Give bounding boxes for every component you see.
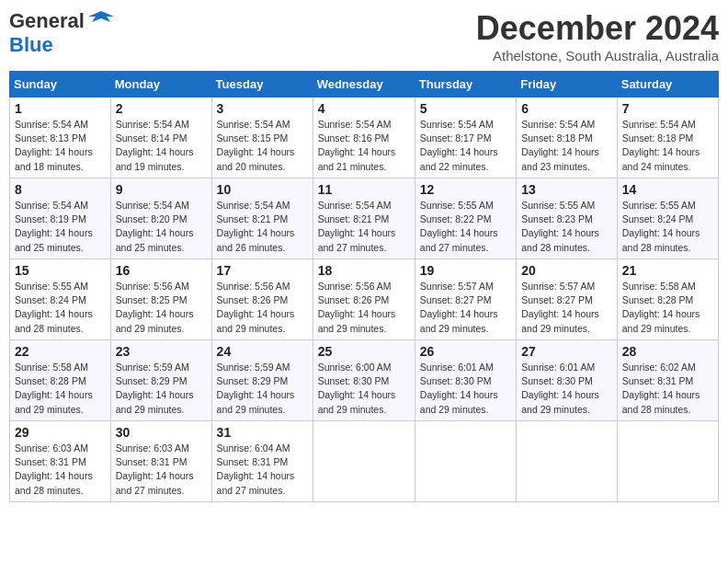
calendar-cell: 2Sunrise: 5:54 AM Sunset: 8:14 PM Daylig… bbox=[110, 98, 211, 178]
calendar-cell: 6Sunrise: 5:54 AM Sunset: 8:18 PM Daylig… bbox=[517, 98, 618, 178]
calendar-cell: 20Sunrise: 5:57 AM Sunset: 8:27 PM Dayli… bbox=[517, 259, 618, 340]
day-info: Sunrise: 5:55 AM Sunset: 8:23 PM Dayligh… bbox=[521, 199, 612, 255]
calendar-cell: 5Sunrise: 5:54 AM Sunset: 8:17 PM Daylig… bbox=[415, 98, 516, 178]
day-info: Sunrise: 5:58 AM Sunset: 8:28 PM Dayligh… bbox=[15, 361, 106, 417]
calendar-row: 22Sunrise: 5:58 AM Sunset: 8:28 PM Dayli… bbox=[10, 340, 719, 421]
calendar-row: 1Sunrise: 5:54 AM Sunset: 8:13 PM Daylig… bbox=[10, 98, 719, 178]
day-number: 6 bbox=[521, 101, 612, 116]
day-info: Sunrise: 5:56 AM Sunset: 8:26 PM Dayligh… bbox=[318, 280, 410, 336]
weekday-header-cell: Monday bbox=[110, 72, 211, 98]
day-info: Sunrise: 5:59 AM Sunset: 8:29 PM Dayligh… bbox=[217, 361, 308, 417]
day-number: 23 bbox=[116, 344, 207, 359]
calendar-cell: 28Sunrise: 6:02 AM Sunset: 8:31 PM Dayli… bbox=[617, 340, 718, 421]
calendar-cell: 7Sunrise: 5:54 AM Sunset: 8:18 PM Daylig… bbox=[617, 98, 718, 178]
weekday-header-cell: Sunday bbox=[10, 72, 111, 98]
calendar-body: 1Sunrise: 5:54 AM Sunset: 8:13 PM Daylig… bbox=[10, 98, 719, 502]
day-info: Sunrise: 5:56 AM Sunset: 8:26 PM Dayligh… bbox=[217, 280, 308, 336]
day-number: 9 bbox=[116, 182, 207, 197]
weekday-header-cell: Friday bbox=[517, 72, 618, 98]
calendar-cell: 29Sunrise: 6:03 AM Sunset: 8:31 PM Dayli… bbox=[10, 421, 111, 502]
calendar-row: 29Sunrise: 6:03 AM Sunset: 8:31 PM Dayli… bbox=[10, 421, 719, 502]
day-info: Sunrise: 5:54 AM Sunset: 8:16 PM Dayligh… bbox=[318, 118, 410, 174]
calendar-cell: 17Sunrise: 5:56 AM Sunset: 8:26 PM Dayli… bbox=[211, 259, 313, 340]
day-info: Sunrise: 6:01 AM Sunset: 8:30 PM Dayligh… bbox=[420, 361, 511, 417]
month-title: December 2024 bbox=[476, 9, 719, 48]
calendar-cell: 26Sunrise: 6:01 AM Sunset: 8:30 PM Dayli… bbox=[415, 340, 516, 421]
day-number: 19 bbox=[420, 263, 511, 278]
day-info: Sunrise: 5:58 AM Sunset: 8:28 PM Dayligh… bbox=[622, 280, 713, 336]
location-title: Athelstone, South Australia, Australia bbox=[476, 48, 719, 63]
calendar-cell: 22Sunrise: 5:58 AM Sunset: 8:28 PM Dayli… bbox=[10, 340, 111, 421]
day-number: 2 bbox=[116, 101, 207, 116]
day-info: Sunrise: 6:03 AM Sunset: 8:31 PM Dayligh… bbox=[116, 442, 207, 498]
day-number: 14 bbox=[622, 182, 713, 197]
day-number: 31 bbox=[217, 425, 308, 440]
svg-marker-0 bbox=[88, 11, 114, 22]
day-info: Sunrise: 5:55 AM Sunset: 8:22 PM Dayligh… bbox=[420, 199, 511, 255]
day-number: 13 bbox=[521, 182, 612, 197]
day-number: 21 bbox=[622, 263, 713, 278]
day-info: Sunrise: 5:59 AM Sunset: 8:29 PM Dayligh… bbox=[116, 361, 207, 417]
day-info: Sunrise: 5:54 AM Sunset: 8:18 PM Dayligh… bbox=[622, 118, 713, 174]
weekday-header-cell: Wednesday bbox=[313, 72, 415, 98]
day-number: 15 bbox=[15, 263, 106, 278]
calendar-cell: 14Sunrise: 5:55 AM Sunset: 8:24 PM Dayli… bbox=[617, 178, 718, 259]
calendar-cell: 19Sunrise: 5:57 AM Sunset: 8:27 PM Dayli… bbox=[415, 259, 516, 340]
day-info: Sunrise: 5:57 AM Sunset: 8:27 PM Dayligh… bbox=[521, 280, 612, 336]
calendar-table: SundayMondayTuesdayWednesdayThursdayFrid… bbox=[9, 71, 719, 502]
calendar-row: 8Sunrise: 5:54 AM Sunset: 8:19 PM Daylig… bbox=[10, 178, 719, 259]
day-number: 8 bbox=[15, 182, 106, 197]
day-info: Sunrise: 5:54 AM Sunset: 8:17 PM Dayligh… bbox=[420, 118, 511, 174]
day-number: 4 bbox=[318, 101, 410, 116]
weekday-header-row: SundayMondayTuesdayWednesdayThursdayFrid… bbox=[10, 72, 719, 98]
calendar-cell: 3Sunrise: 5:54 AM Sunset: 8:15 PM Daylig… bbox=[211, 98, 313, 178]
day-info: Sunrise: 6:03 AM Sunset: 8:31 PM Dayligh… bbox=[15, 442, 106, 498]
calendar-cell: 15Sunrise: 5:55 AM Sunset: 8:24 PM Dayli… bbox=[10, 259, 111, 340]
calendar-cell: 24Sunrise: 5:59 AM Sunset: 8:29 PM Dayli… bbox=[211, 340, 313, 421]
logo-bird-icon bbox=[88, 9, 114, 29]
calendar-cell: 10Sunrise: 5:54 AM Sunset: 8:21 PM Dayli… bbox=[211, 178, 313, 259]
day-number: 5 bbox=[420, 101, 511, 116]
day-number: 17 bbox=[217, 263, 308, 278]
day-number: 28 bbox=[622, 344, 713, 359]
day-number: 12 bbox=[420, 182, 511, 197]
weekday-header-cell: Tuesday bbox=[211, 72, 313, 98]
calendar-cell: 18Sunrise: 5:56 AM Sunset: 8:26 PM Dayli… bbox=[313, 259, 415, 340]
calendar-cell: 27Sunrise: 6:01 AM Sunset: 8:30 PM Dayli… bbox=[517, 340, 618, 421]
weekday-header-cell: Thursday bbox=[415, 72, 516, 98]
logo-general-text: General bbox=[9, 9, 85, 33]
calendar-cell: 11Sunrise: 5:54 AM Sunset: 8:21 PM Dayli… bbox=[313, 178, 415, 259]
day-info: Sunrise: 5:56 AM Sunset: 8:25 PM Dayligh… bbox=[116, 280, 207, 336]
day-info: Sunrise: 6:01 AM Sunset: 8:30 PM Dayligh… bbox=[521, 361, 612, 417]
day-number: 25 bbox=[318, 344, 410, 359]
day-number: 24 bbox=[217, 344, 308, 359]
calendar-cell: 13Sunrise: 5:55 AM Sunset: 8:23 PM Dayli… bbox=[517, 178, 618, 259]
day-number: 11 bbox=[318, 182, 410, 197]
calendar-cell: 9Sunrise: 5:54 AM Sunset: 8:20 PM Daylig… bbox=[110, 178, 211, 259]
day-info: Sunrise: 5:57 AM Sunset: 8:27 PM Dayligh… bbox=[420, 280, 511, 336]
calendar-cell: 30Sunrise: 6:03 AM Sunset: 8:31 PM Dayli… bbox=[110, 421, 211, 502]
day-number: 10 bbox=[217, 182, 308, 197]
day-number: 26 bbox=[420, 344, 511, 359]
calendar-cell bbox=[313, 421, 415, 502]
day-info: Sunrise: 5:54 AM Sunset: 8:14 PM Dayligh… bbox=[116, 118, 207, 174]
day-number: 29 bbox=[15, 425, 106, 440]
weekday-header-cell: Saturday bbox=[617, 72, 718, 98]
day-number: 16 bbox=[116, 263, 207, 278]
day-info: Sunrise: 5:54 AM Sunset: 8:19 PM Dayligh… bbox=[15, 199, 106, 255]
day-info: Sunrise: 5:54 AM Sunset: 8:21 PM Dayligh… bbox=[318, 199, 410, 255]
day-info: Sunrise: 6:00 AM Sunset: 8:30 PM Dayligh… bbox=[318, 361, 410, 417]
day-info: Sunrise: 5:54 AM Sunset: 8:18 PM Dayligh… bbox=[521, 118, 612, 174]
day-number: 7 bbox=[622, 101, 713, 116]
calendar-cell: 1Sunrise: 5:54 AM Sunset: 8:13 PM Daylig… bbox=[10, 98, 111, 178]
calendar-cell: 23Sunrise: 5:59 AM Sunset: 8:29 PM Dayli… bbox=[110, 340, 211, 421]
calendar-cell: 8Sunrise: 5:54 AM Sunset: 8:19 PM Daylig… bbox=[10, 178, 111, 259]
day-number: 30 bbox=[116, 425, 207, 440]
day-number: 20 bbox=[521, 263, 612, 278]
calendar-cell: 16Sunrise: 5:56 AM Sunset: 8:25 PM Dayli… bbox=[110, 259, 211, 340]
calendar-cell: 4Sunrise: 5:54 AM Sunset: 8:16 PM Daylig… bbox=[313, 98, 415, 178]
day-number: 22 bbox=[15, 344, 106, 359]
calendar-cell bbox=[517, 421, 618, 502]
day-info: Sunrise: 5:54 AM Sunset: 8:21 PM Dayligh… bbox=[217, 199, 308, 255]
day-info: Sunrise: 5:54 AM Sunset: 8:20 PM Dayligh… bbox=[116, 199, 207, 255]
